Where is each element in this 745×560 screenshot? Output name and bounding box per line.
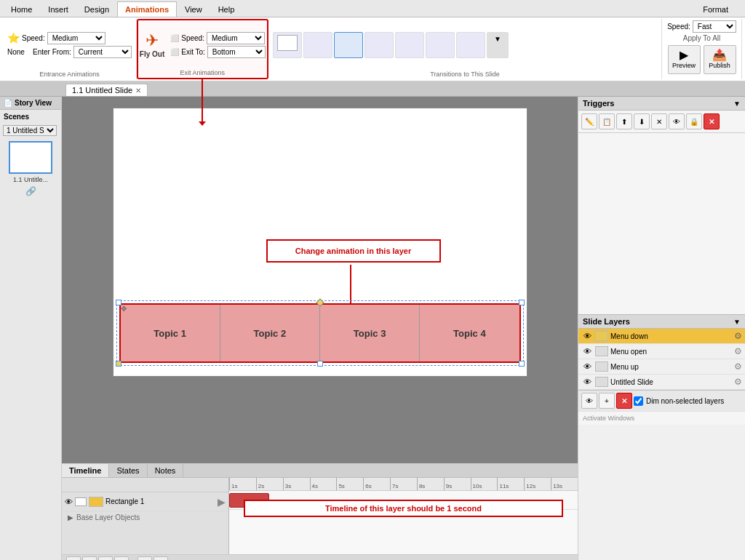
layer-eye-untitled[interactable]: 👁 — [581, 376, 593, 388]
layer-item-menu-up[interactable]: 👁 Menu up ⚙ — [578, 359, 745, 375]
publish-btn[interactable]: 📤 Publish — [704, 45, 736, 74]
timeline-content: 👁 Rectangle 1 ▶ ▶ Base Layer Objects — [62, 478, 578, 554]
story-view-header: 📄 Story View — [0, 97, 61, 110]
tab-format[interactable]: Format — [695, 1, 736, 17]
timeline-right: Timeline of this layer should be 1 secon… — [229, 478, 578, 554]
trigger-btn-5[interactable]: ✕ — [651, 113, 667, 129]
item-thumb — [75, 497, 87, 506]
slide-tab[interactable]: 1.1 Untitled Slide ✕ — [65, 84, 148, 96]
dim-checkbox-label[interactable]: Dim non-selected layers — [634, 396, 724, 406]
slide-thumbnail-container: 1.1 Untitle... 🔗 — [0, 137, 61, 200]
base-layer-row[interactable]: ▶ Base Layer Objects — [62, 511, 228, 523]
tab-animations[interactable]: Animations — [117, 1, 177, 17]
item-arrow[interactable]: ▶ — [218, 496, 226, 508]
rewind-btn[interactable]: ⏮ — [66, 556, 81, 560]
layer-item-menu-down[interactable]: 👁 Menu down ⚙ — [578, 329, 745, 344]
slide-canvas[interactable]: Change animation in this layer — [113, 108, 527, 377]
canvas-wrapper: Change animation in this layer — [62, 97, 578, 463]
trigger-btn-x[interactable]: ✕ — [704, 113, 720, 129]
layer-eye-menu-open[interactable]: 👁 — [581, 345, 593, 357]
enter-from-select[interactable]: Current — [73, 46, 132, 58]
handle-bottom-center[interactable] — [317, 361, 323, 367]
trigger-btn-1[interactable]: ✏️ — [581, 113, 597, 129]
topic-2[interactable]: Topic 2 — [220, 305, 320, 361]
publish-speed-select[interactable]: FastMediumSlow — [693, 20, 736, 33]
layer-gear-menu-up[interactable]: ⚙ — [734, 361, 742, 372]
exit-speed-group: ⬜ Speed: MediumFastSlow ⬜ Exit To: Botto… — [170, 32, 266, 58]
play-controls: ⏮ ⏪ ▶ ⏩ ↓ ↑ — [66, 556, 168, 560]
up-btn[interactable]: ↑ — [154, 556, 168, 560]
handle-br[interactable] — [519, 361, 525, 367]
exit-group-content: ✈ Fly Out ⬜ Speed: MediumFastSlow ⬜ Exit… — [140, 22, 266, 68]
tab-design[interactable]: Design — [76, 1, 117, 17]
tab-insert[interactable]: Insert — [40, 1, 76, 17]
slide-tab-label: 1.1 Untitled Slide — [72, 86, 132, 95]
tab-help[interactable]: Help — [210, 1, 243, 17]
step-back-btn[interactable]: ⏪ — [82, 556, 97, 560]
layer-list: 👁 Menu down ⚙ 👁 Menu open ⚙ 👁 Menu up ⚙ — [578, 329, 745, 390]
topics-bar: Topic 1 Topic 2 Topic 3 Topic 4 — [119, 303, 521, 363]
states-tab[interactable]: States — [109, 464, 147, 477]
transition-btn-7[interactable] — [456, 32, 485, 58]
timeline-tab[interactable]: Timeline — [62, 464, 109, 477]
handle-tr[interactable] — [519, 300, 525, 305]
trigger-btn-3[interactable]: ⬆ — [616, 113, 632, 129]
layer-btn-del[interactable]: ✕ — [616, 393, 632, 409]
entrance-speed-label: Speed: — [22, 34, 45, 42]
transition-btn-1[interactable] — [273, 32, 302, 58]
slide-thumbnail[interactable] — [9, 141, 52, 174]
notes-tab[interactable]: Notes — [148, 464, 184, 477]
handle-bl[interactable] — [116, 361, 121, 367]
entrance-speed-select[interactable]: MediumFastSlow — [47, 32, 105, 44]
exit-speed-select[interactable]: MediumFastSlow — [207, 32, 265, 44]
layer-gear-menu-open[interactable]: ⚙ — [734, 346, 742, 356]
ruler-mark-7s: 7s — [390, 478, 417, 490]
transition-btn-2[interactable] — [303, 32, 332, 58]
layer-eye-menu-up[interactable]: 👁 — [581, 361, 593, 372]
scenes-dropdown[interactable]: 1 Untitled S... — [3, 125, 58, 136]
layer-item-untitled[interactable]: 👁 Untitled Slide ⚙ — [578, 375, 745, 390]
layer-gear-menu-down[interactable]: ⚙ — [734, 331, 742, 341]
move-icon[interactable]: ✥ — [121, 305, 127, 313]
transition-btn-4[interactable] — [364, 32, 394, 58]
layer-item-menu-open[interactable]: 👁 Menu open ⚙ — [578, 344, 745, 359]
ribbon-content: ⭐ Speed: MediumFastSlow None Enter From:… — [0, 17, 745, 81]
exit-to-select[interactable]: BottomTopLeftRight — [207, 46, 266, 58]
transition-btn-6[interactable] — [426, 32, 455, 58]
dim-checkbox[interactable] — [634, 396, 643, 406]
tab-home[interactable]: Home — [3, 1, 40, 17]
layer-gear-untitled[interactable]: ⚙ — [734, 377, 742, 387]
preview-btn[interactable]: ▶ Preview — [668, 45, 701, 74]
trigger-btn-2[interactable]: 📋 — [599, 113, 615, 129]
topic-3[interactable]: Topic 3 — [320, 305, 420, 361]
step-fwd-btn[interactable]: ⏩ — [114, 556, 129, 560]
topic-1[interactable]: Topic 1 — [121, 305, 220, 361]
layer-thumb-menu-down — [595, 331, 608, 341]
layer-eye-menu-down[interactable]: 👁 — [581, 330, 593, 342]
layer-btn-add[interactable]: + — [599, 393, 615, 409]
transition-btn-3[interactable] — [334, 32, 363, 58]
story-view-label: Story View — [15, 99, 52, 107]
scene-select[interactable]: 1 Untitled S... — [3, 125, 57, 136]
transition-btn-5[interactable] — [395, 32, 424, 58]
trigger-btn-6[interactable]: 👁 — [669, 113, 685, 129]
trigger-btn-7[interactable]: 🔒 — [686, 113, 702, 129]
topic-4[interactable]: Topic 4 — [420, 305, 519, 361]
apply-to-all-btn[interactable]: Apply To All — [683, 34, 721, 42]
ruler-mark-1s: 1s — [229, 478, 256, 490]
entrance-group-label: Entrance Animations — [7, 71, 132, 78]
main-layout: 📄 Story View Scenes 1 Untitled S... 1.1 … — [0, 97, 745, 560]
transition-btn-8[interactable]: ▼ — [487, 32, 509, 58]
layer-btn-eye[interactable]: 👁 — [581, 393, 597, 409]
transitions-group: ▼ Transitions to This Slide — [268, 19, 662, 79]
trigger-btn-4[interactable]: ⬇ — [634, 113, 650, 129]
tab-view[interactable]: View — [177, 1, 210, 17]
tab-close-btn[interactable]: ✕ — [135, 87, 141, 95]
ribbon-arrow — [202, 78, 203, 121]
play-btn[interactable]: ▶ — [98, 556, 113, 560]
slide-layers-header: Slide Layers ▼ — [578, 314, 745, 329]
layer-name-menu-open: Menu open — [610, 348, 732, 356]
triggers-expand-icon[interactable]: ▼ — [733, 100, 741, 108]
down-btn[interactable]: ↓ — [138, 556, 152, 560]
layers-expand-icon[interactable]: ▼ — [733, 318, 741, 326]
